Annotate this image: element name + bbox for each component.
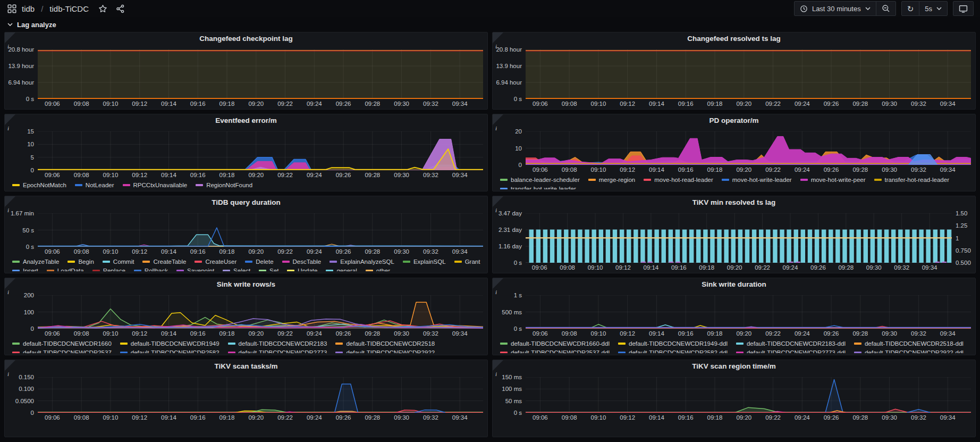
legend-item[interactable]: general bbox=[326, 268, 357, 272]
legend-item[interactable]: Update bbox=[287, 268, 317, 272]
panel-title[interactable]: TiDB query duration bbox=[5, 196, 487, 209]
legend-item[interactable]: default-TIDBCDCNEWCDR2518-ddl bbox=[854, 340, 964, 347]
legend-item[interactable]: Savepoint bbox=[176, 268, 214, 272]
legend-item[interactable]: DescTable bbox=[282, 258, 322, 265]
legend-item[interactable]: default-TIDBCDCNEWCDR2537 bbox=[12, 349, 112, 354]
legend-item[interactable]: default-TIDBCDCNEWCDR2537-ddl bbox=[500, 349, 610, 354]
tv-kiosk-button[interactable] bbox=[953, 2, 973, 15]
panel-title[interactable]: Sink write rows/s bbox=[5, 278, 487, 291]
legend-item[interactable]: balance-leader-scheduler bbox=[500, 177, 580, 183]
legend-item[interactable]: ExplainAnalyzeSQL bbox=[330, 258, 394, 265]
panel-info-icon[interactable]: i bbox=[493, 360, 503, 371]
plot-area[interactable] bbox=[526, 295, 971, 329]
legend-item[interactable]: Insert bbox=[12, 268, 38, 272]
x-tick-label: 09:12 bbox=[132, 172, 147, 178]
legend-item[interactable]: transfer-hot-write-leader bbox=[500, 186, 576, 190]
legend-swatch bbox=[12, 261, 20, 263]
panel-info-icon[interactable]: i bbox=[493, 196, 503, 207]
legend-item[interactable]: Rollback bbox=[134, 268, 168, 272]
panel-title[interactable]: TiKV scan tasks/m bbox=[5, 360, 487, 373]
legend-item[interactable]: default-TIDBCDCNEWCDR2183-ddl bbox=[736, 340, 846, 347]
plot-area[interactable] bbox=[526, 49, 971, 99]
legend-item[interactable]: AnalyzeTable bbox=[12, 258, 59, 265]
panel-info-icon[interactable]: i bbox=[5, 32, 15, 43]
legend-item[interactable]: ExplainSQL bbox=[403, 258, 446, 265]
x-tick-label: 09:30 bbox=[882, 414, 897, 421]
legend-item[interactable]: CreateUser bbox=[195, 258, 236, 265]
refresh-interval-picker[interactable]: 5s bbox=[919, 2, 947, 15]
legend-label: default-TIDBCDCNEWCDR2773 bbox=[239, 349, 327, 354]
time-range-label: Last 30 minutes bbox=[812, 5, 861, 13]
legend-item[interactable]: default-TIDBCDCNEWCDR1660 bbox=[12, 340, 112, 347]
legend-item[interactable]: default-TIDBCDCNEWCDR2518 bbox=[335, 340, 435, 347]
plot-area[interactable] bbox=[526, 131, 971, 165]
panel-title[interactable]: PD operator/m bbox=[493, 114, 975, 127]
refresh-button[interactable]: ↻ bbox=[902, 2, 919, 15]
legend-item[interactable]: Replace bbox=[92, 268, 125, 272]
legend-item[interactable]: Begin bbox=[67, 258, 94, 265]
panel-info-icon[interactable]: i bbox=[5, 278, 15, 289]
breadcrumb-folder[interactable]: tidb bbox=[22, 4, 35, 13]
panel-info-icon[interactable]: i bbox=[5, 360, 15, 371]
legend-item[interactable]: transfer-hot-read-leader bbox=[874, 177, 949, 183]
y-axis-labels: 1 s500 ms0 s bbox=[495, 295, 526, 329]
plot-area[interactable] bbox=[526, 213, 952, 263]
legend-item[interactable]: other bbox=[366, 268, 390, 272]
legend-item[interactable]: NotLeader bbox=[75, 182, 114, 188]
legend-item[interactable]: Select bbox=[223, 268, 250, 272]
legend-item[interactable]: default-TIDBCDCNEWCDR2582-ddl bbox=[618, 349, 728, 354]
legend-item[interactable]: CreateTable bbox=[142, 258, 186, 265]
legend-item[interactable]: Grant bbox=[454, 258, 480, 265]
legend-item[interactable]: RPCCtxUnavailable bbox=[123, 182, 188, 188]
legend-item[interactable]: default-TIDBCDCNEWCDR2773-ddl bbox=[736, 349, 846, 354]
plot-area[interactable] bbox=[526, 377, 971, 413]
legend-item[interactable]: Delete bbox=[245, 258, 273, 265]
panel-info-icon[interactable]: i bbox=[493, 114, 503, 125]
breadcrumb-dashboard[interactable]: tidb-TiCDC bbox=[49, 4, 89, 13]
legend-item[interactable]: default-TIDBCDCNEWCDR1949-ddl bbox=[618, 340, 728, 347]
legend-swatch bbox=[500, 343, 508, 345]
legend-item[interactable]: move-hot-write-leader bbox=[722, 177, 792, 183]
share-icon[interactable] bbox=[116, 4, 125, 13]
star-icon[interactable] bbox=[98, 4, 107, 13]
legend-item[interactable]: move-hot-read-leader bbox=[644, 177, 713, 183]
legend-item[interactable]: default-TIDBCDCNEWCDR2183 bbox=[228, 340, 327, 347]
time-range-picker[interactable]: Last 30 minutes bbox=[795, 2, 876, 15]
panel-title[interactable]: TiKV min resolved ts lag bbox=[493, 196, 975, 209]
legend-item[interactable]: default-TIDBCDCNEWCDR1949 bbox=[120, 340, 219, 347]
panel-title[interactable]: TiKV scan region time/m bbox=[493, 360, 975, 373]
x-tick-label: 09:28 bbox=[365, 248, 380, 255]
plot-area[interactable] bbox=[38, 295, 483, 329]
panel-info-icon[interactable]: i bbox=[493, 32, 503, 43]
panel-title[interactable]: Sink write duration bbox=[493, 278, 975, 291]
legend-item[interactable]: Set bbox=[259, 268, 278, 272]
panel-title[interactable]: Changefeed resolved ts lag bbox=[493, 32, 975, 45]
legend-swatch bbox=[176, 270, 184, 272]
legend-item[interactable]: Commit bbox=[103, 258, 134, 265]
legend-item[interactable]: default-TIDBCDCNEWCDR2922-ddl bbox=[854, 349, 964, 354]
legend-item[interactable]: move-hot-write-peer bbox=[800, 177, 866, 183]
panel-info-icon[interactable]: i bbox=[5, 196, 15, 207]
plot-area[interactable] bbox=[38, 213, 483, 247]
x-axis-labels: 09:0609:0809:1009:1209:1409:1609:1809:20… bbox=[526, 263, 952, 273]
legend-item[interactable]: default-TIDBCDCNEWCDR2773 bbox=[228, 349, 327, 354]
plot-area[interactable] bbox=[38, 377, 483, 413]
x-tick-label: 09:16 bbox=[678, 330, 694, 337]
panel-title[interactable]: Eventfeed error/m bbox=[5, 114, 487, 127]
legend-item[interactable]: merge-region bbox=[588, 177, 635, 183]
legend-item[interactable]: EpochNotMatch bbox=[12, 182, 66, 188]
legend-item[interactable]: default-TIDBCDCNEWCDR1660-ddl bbox=[500, 340, 610, 347]
legend-item[interactable]: RegionNotFound bbox=[196, 182, 252, 188]
zoom-out-button[interactable] bbox=[876, 2, 895, 15]
panel-info-icon[interactable]: i bbox=[493, 278, 503, 289]
panel-info-icon[interactable]: i bbox=[5, 114, 15, 125]
panel-title[interactable]: Changefeed checkpoint lag bbox=[5, 32, 487, 45]
dashboards-grid-icon[interactable] bbox=[7, 4, 16, 13]
plot-area[interactable] bbox=[38, 131, 483, 170]
legend-item[interactable]: default-TIDBCDCNEWCDR2582 bbox=[120, 349, 219, 354]
legend-swatch bbox=[92, 270, 100, 272]
row-header-lag-analyze[interactable]: Lag analyze bbox=[0, 17, 980, 32]
plot-area[interactable] bbox=[38, 49, 483, 99]
legend-item[interactable]: default-TIDBCDCNEWCDR2922 bbox=[335, 349, 435, 354]
legend-item[interactable]: LoadData bbox=[47, 268, 84, 272]
